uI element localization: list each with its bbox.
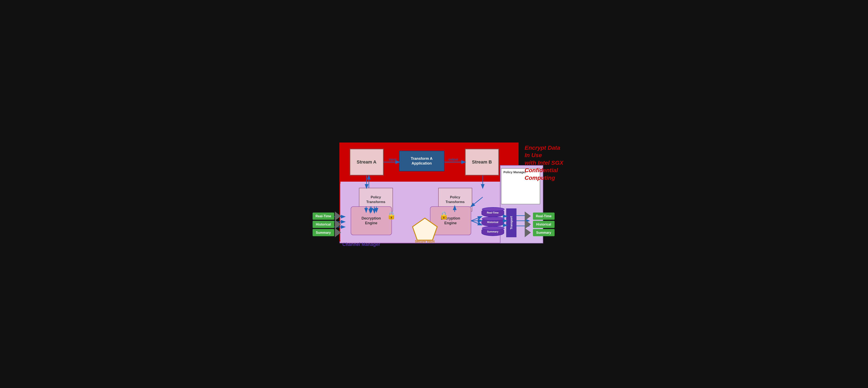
stream-a-box: Stream A — [350, 149, 384, 176]
diagram-wrapper: Encrypt Data In Use with Intel SGX Confi… — [311, 139, 558, 249]
secure-vault: Secure Vault — [411, 217, 438, 243]
left-chevron-historical-icon — [335, 220, 343, 229]
left-historical-box: Historical — [313, 221, 334, 228]
channel-manager-label: Channel Manager — [342, 242, 380, 247]
db-stack: Real-Time Historical Summary — [482, 208, 504, 236]
svg-marker-29 — [525, 211, 531, 221]
db-realtime: Real-Time — [482, 208, 504, 217]
lock-icon-left: 🔒 — [387, 211, 396, 220]
title-line1: Encrypt Data In Use — [525, 145, 560, 158]
svg-marker-27 — [335, 220, 341, 229]
right-realtime-box: Real-Time — [533, 212, 555, 220]
stream-b-box: Stream B — [465, 149, 499, 176]
right-summary-box: Summary — [533, 229, 555, 236]
svg-marker-26 — [335, 211, 341, 221]
secure-vault-pentagon-icon — [411, 217, 438, 242]
left-summary-box: Summary — [313, 229, 334, 236]
output-label: output — [448, 157, 458, 161]
lock-icon-right: 🔒 — [439, 211, 448, 220]
main-title: Encrypt Data In Use with Intel SGX Confi… — [525, 144, 566, 182]
svg-marker-31 — [525, 228, 531, 237]
db-historical: Historical — [482, 218, 504, 227]
left-realtime-box: Real-Time — [313, 212, 334, 220]
right-chevron-summary-icon — [525, 228, 533, 237]
secure-vault-label: Secure Vault — [415, 240, 435, 243]
title-line2: with Intel SGX — [525, 159, 563, 166]
transform-app-box: Transform AApplication — [399, 151, 444, 171]
svg-marker-30 — [525, 220, 531, 229]
svg-marker-0 — [412, 218, 437, 240]
right-chevron-historical-icon — [525, 220, 533, 229]
svg-marker-28 — [335, 228, 341, 237]
db-summary: Summary — [482, 227, 504, 236]
decryption-engine-box: DecryptionEngine — [351, 206, 392, 235]
input-label: input — [389, 157, 396, 161]
right-historical-box: Historical — [533, 221, 555, 228]
left-chevron-summary-icon — [335, 228, 343, 237]
left-chevron-realtime-icon — [335, 211, 343, 221]
right-chevron-realtime-icon — [525, 211, 533, 221]
transport-bar: Transport — [506, 208, 517, 237]
title-line3: Confidential Computing — [525, 167, 558, 181]
